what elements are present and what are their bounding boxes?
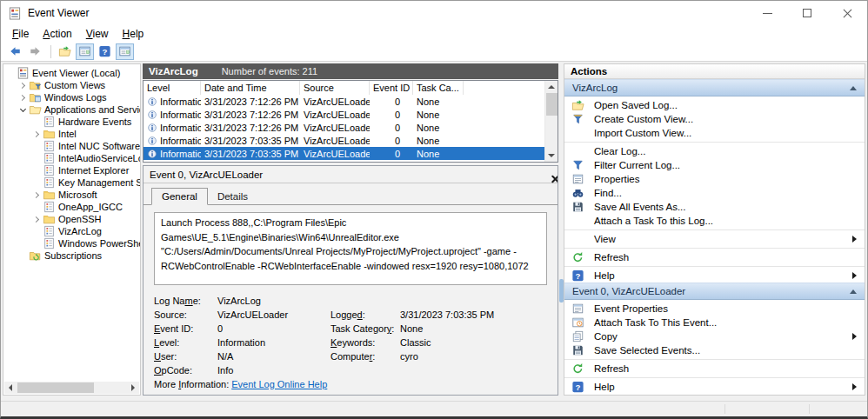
action-attach-task-to-log[interactable]: Attach a Task To this Log... [564, 214, 865, 228]
tab-general[interactable]: General [151, 188, 208, 205]
field-label-event-id: Event ID: [154, 323, 217, 334]
scrollbar-thumb[interactable] [17, 382, 94, 393]
tree-item-subscriptions[interactable]: Subscriptions [3, 249, 140, 262]
actions-section-event-header[interactable]: Event 0, VizArcUELoader [564, 283, 865, 300]
tab-details[interactable]: Details [208, 188, 257, 205]
tree-item-event-viewer-local[interactable]: Event Viewer (Local) [3, 67, 140, 79]
show-console-tree-icon[interactable] [76, 43, 94, 60]
tree-item-windows-powershell[interactable]: Windows PowerShell [3, 237, 140, 249]
action-filter-current-log[interactable]: Filter Current Log... [564, 158, 865, 172]
action-clear-log[interactable]: Clear Log... [564, 144, 865, 158]
collapse-icon[interactable] [850, 289, 857, 294]
submenu-arrow-icon [852, 236, 857, 243]
menu-view[interactable]: View [79, 27, 116, 41]
forward-arrow-icon[interactable] [26, 43, 44, 60]
tree-item-internet-explorer[interactable]: Internet Explorer [3, 164, 140, 176]
menu-help[interactable]: Help [116, 27, 151, 41]
action-save-all-events-as[interactable]: Save All Events As... [564, 200, 865, 214]
action-event-help[interactable]: Help [564, 380, 865, 394]
field-label-opcode: OpCode: [154, 365, 217, 376]
menu-action[interactable]: Action [36, 27, 78, 41]
scroll-down-button[interactable] [545, 150, 558, 162]
action-event-properties[interactable]: Event Properties [564, 302, 865, 316]
tree-item-intel[interactable]: Intel [3, 128, 140, 140]
collapse-icon[interactable] [850, 86, 857, 90]
tree-item-vizarclog[interactable]: VizArcLog [3, 225, 140, 237]
event-log-online-help-link[interactable]: Event Log Online Help [231, 379, 327, 389]
action-attach-task-to-event[interactable]: Attach Task To This Event... [564, 316, 865, 329]
chevron-right-icon[interactable] [32, 190, 42, 200]
tree-item-custom-views[interactable]: Custom Views [3, 79, 140, 91]
table-row[interactable]: Information 3/31/2023 7:03:35 PM VizArcU… [144, 134, 545, 147]
column-header-event-id[interactable]: Event ID [370, 81, 413, 95]
tree-item-intel-nuc-software-studio[interactable]: Intel NUC Software Studio [3, 140, 140, 152]
action-create-custom-view[interactable]: Create Custom View... [564, 112, 865, 126]
tree-item-key-management-service[interactable]: Key Management Service [3, 176, 140, 189]
scrollbar-thumb[interactable] [546, 93, 558, 116]
chevron-right-icon[interactable] [18, 81, 28, 90]
minimize-button[interactable] [747, 1, 787, 25]
back-arrow-icon[interactable] [6, 43, 24, 60]
column-header-task-category[interactable]: Task Ca... [413, 81, 464, 95]
field-label-more-information: More Information: [154, 379, 229, 389]
column-header-level[interactable]: Level [144, 81, 201, 95]
separator [564, 359, 865, 360]
chevron-right-icon[interactable] [18, 93, 28, 103]
action-copy[interactable]: Copy [564, 329, 865, 343]
field-label-source: Source: [154, 309, 217, 320]
field-value-task-category: None [400, 323, 547, 334]
tree-item-openssh[interactable]: OpenSSH [3, 213, 140, 225]
action-find[interactable]: Find... [564, 186, 865, 200]
action-view[interactable]: View [564, 232, 865, 246]
window-controls [747, 1, 867, 25]
table-row[interactable]: Information 3/31/2023 7:12:26 PM VizArcU… [144, 121, 545, 134]
help-icon[interactable] [96, 43, 114, 60]
action-save-selected-events[interactable]: Save Selected Events... [564, 343, 865, 357]
chevron-right-icon[interactable] [32, 130, 42, 139]
tree-item-windows-logs[interactable]: Windows Logs [3, 91, 140, 103]
tree-item-hardware-events[interactable]: Hardware Events [3, 116, 140, 128]
tree-item-oneapp-igcc[interactable]: OneApp_IGCC [3, 201, 140, 213]
chevron-down-icon[interactable] [18, 105, 28, 115]
table-row[interactable]: Information 3/31/2023 7:12:26 PM VizArcU… [144, 108, 545, 121]
console-tree-panel: Event Viewer (Local) Custom Views Window… [3, 63, 141, 396]
action-help[interactable]: Help [564, 269, 865, 283]
triangle-left-icon [9, 384, 12, 391]
column-header-source[interactable]: Source [300, 81, 370, 95]
column-header-date-time[interactable]: Date and Time [201, 81, 300, 95]
event-detail-tabs: General Details [144, 183, 558, 205]
app-icon [8, 7, 22, 20]
maximize-button[interactable] [787, 1, 827, 25]
tree-item-intelaudioservicelog[interactable]: IntelAudioServiceLog [3, 152, 140, 164]
tree-horizontal-scrollbar[interactable] [4, 382, 139, 394]
actions-section-vizarclog-header[interactable]: VizArcLog [564, 79, 865, 96]
table-vertical-scrollbar[interactable] [544, 81, 558, 162]
event-detail-header: Event 0, VizArcUELoader [144, 166, 558, 183]
close-button[interactable] [827, 1, 867, 25]
action-import-custom-view[interactable]: Import Custom View... [564, 126, 865, 140]
field-value-user: N/A [217, 351, 331, 362]
open-saved-log-icon[interactable] [56, 43, 74, 60]
scroll-up-button[interactable] [545, 81, 558, 93]
table-header-row: Level Date and Time Source Event ID Task… [144, 81, 545, 95]
tree-item-applications-services-logs[interactable]: Applications and Services Logs [3, 103, 140, 116]
open-folder-icon [28, 103, 42, 116]
maximize-icon [803, 9, 811, 17]
action-event-refresh[interactable]: Refresh [564, 362, 865, 376]
action-properties[interactable]: Properties [564, 172, 865, 186]
tree-item-microsoft[interactable]: Microsoft [3, 189, 140, 201]
table-row[interactable]: Information 3/31/2023 7:12:26 PM VizArcU… [144, 95, 545, 108]
menu-file[interactable]: File [5, 27, 36, 41]
splitter-grip[interactable] [559, 279, 564, 303]
scroll-left-button[interactable] [4, 382, 17, 394]
event-message-box[interactable]: Launch Process 888,,C:\Program Files\Epi… [154, 212, 547, 285]
scroll-right-button[interactable] [127, 382, 139, 394]
title-bar: Event Viewer [1, 1, 867, 25]
chevron-right-icon[interactable] [32, 215, 42, 224]
event-fields: Log Name: VizArcLog Source: VizArcUELoad… [154, 294, 547, 391]
action-open-saved-log[interactable]: Open Saved Log... [564, 98, 865, 112]
show-action-pane-icon[interactable] [116, 43, 134, 60]
folder-icon [42, 128, 56, 140]
table-row-selected[interactable]: Information 3/31/2023 7:03:35 PM VizArcU… [144, 147, 545, 160]
action-refresh[interactable]: Refresh [564, 250, 865, 264]
